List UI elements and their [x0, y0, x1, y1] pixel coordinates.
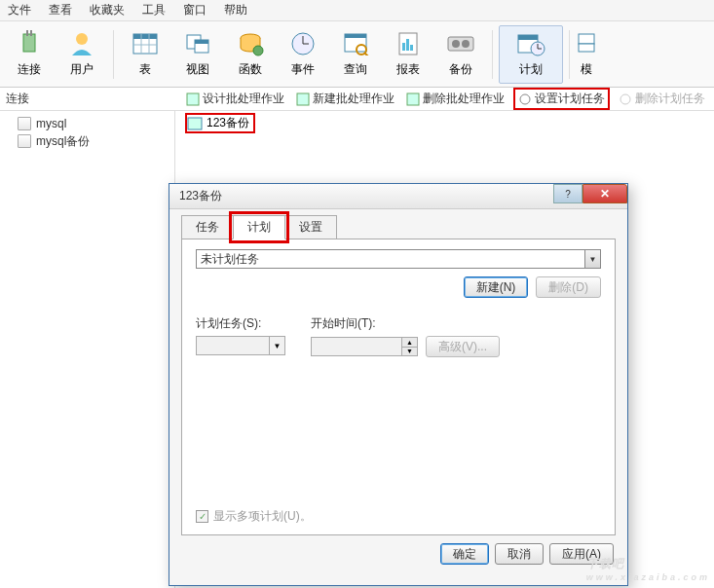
backup-icon — [445, 30, 476, 57]
chevron-down-icon[interactable]: ▼ — [269, 337, 284, 354]
new-icon — [296, 92, 310, 106]
dialog-buttons: 确定 取消 应用(A) — [169, 543, 627, 565]
menu-file[interactable]: 文件 — [8, 2, 31, 18]
menu-tools[interactable]: 工具 — [142, 2, 166, 18]
spinner-down-icon[interactable]: ▼ — [402, 348, 417, 356]
cancel-button[interactable]: 取消 — [495, 543, 544, 565]
svg-rect-37 — [407, 93, 419, 105]
menu-favorites[interactable]: 收藏夹 — [90, 2, 125, 18]
svg-rect-0 — [23, 34, 35, 52]
sub-delete[interactable]: 删除批处理作业 — [403, 90, 507, 108]
subbar: 连接 设计批处理作业 新建批处理作业 删除批处理作业 设置计划任务 删除计划任务 — [0, 88, 714, 111]
spinner-up-icon[interactable]: ▲ — [402, 338, 417, 348]
sidebar-item-mysql-backup[interactable]: mysql备份 — [0, 132, 174, 150]
tool-user[interactable]: 用户 — [56, 26, 107, 83]
tab-task[interactable]: 任务 — [181, 215, 234, 239]
svg-line-20 — [364, 53, 368, 55]
tool-label: 用户 — [70, 61, 94, 78]
tool-model[interactable]: 模 — [576, 26, 597, 83]
tool-table[interactable]: 表 — [120, 26, 170, 83]
gear-x-icon — [619, 92, 632, 106]
delete-button: 删除(D) — [536, 276, 601, 298]
window-buttons: ? ✕ — [553, 184, 627, 203]
new-button[interactable]: 新建(N) — [464, 276, 529, 298]
time-spinner[interactable]: ▲▼ — [402, 337, 418, 356]
toolbar: 连接 用户 表 视图 函数 事件 查询 报表 备份 计划 模 — [0, 21, 714, 88]
close-button[interactable]: ✕ — [582, 184, 627, 203]
model-icon — [571, 30, 602, 57]
time-input[interactable] — [311, 337, 402, 356]
show-multi-row[interactable]: ✓ 显示多项计划(U)。 — [196, 508, 312, 525]
sidebar-item-label: mysql — [36, 117, 66, 130]
function-icon — [235, 30, 266, 57]
sub-design[interactable]: 设计批处理作业 — [183, 90, 287, 108]
plan-task-combo[interactable]: ▼ — [196, 336, 285, 355]
svg-point-38 — [520, 94, 530, 104]
sub-del-schedule: 删除计划任务 — [616, 90, 708, 108]
tool-label: 报表 — [396, 61, 420, 78]
schedule-icon — [515, 30, 546, 57]
tool-function[interactable]: 函数 — [225, 26, 276, 83]
ok-button[interactable]: 确定 — [440, 543, 489, 565]
menu-view[interactable]: 查看 — [49, 2, 72, 18]
tab-settings[interactable]: 设置 — [284, 215, 337, 239]
schedule-combo[interactable]: 未计划任务 ▼ — [196, 249, 601, 269]
plan-label: 计划任务(S): — [196, 315, 285, 332]
pencil-icon — [186, 92, 200, 106]
tab-plan[interactable]: 计划 — [233, 215, 285, 239]
tool-label: 事件 — [291, 61, 315, 78]
chevron-down-icon[interactable]: ▼ — [584, 250, 600, 268]
tool-event[interactable]: 事件 — [278, 26, 328, 83]
tool-label: 备份 — [449, 61, 472, 78]
schedule-dialog: 123备份 ? ✕ 任务 计划 设置 未计划任务 ▼ 新建(N) 删除(D) 计… — [169, 183, 628, 586]
plug-icon — [14, 30, 45, 57]
watermark-text: 下载吧 — [586, 557, 624, 570]
sub-label: 设置计划任务 — [535, 91, 605, 107]
sidebar-item-mysql[interactable]: mysql — [0, 115, 174, 132]
sub-new[interactable]: 新建批处理作业 — [293, 90, 397, 108]
svg-rect-1 — [26, 30, 28, 36]
tool-label: 模 — [581, 61, 592, 78]
svg-point-3 — [76, 33, 88, 45]
tool-view[interactable]: 视图 — [172, 26, 223, 83]
subbar-left-label: 连接 — [0, 91, 175, 107]
sub-set-schedule[interactable]: 设置计划任务 — [513, 88, 610, 110]
dialog-title: 123备份 — [179, 188, 222, 204]
svg-rect-23 — [406, 39, 409, 51]
tool-backup[interactable]: 备份 — [435, 26, 486, 83]
help-button[interactable]: ? — [553, 184, 582, 203]
tabs: 任务 计划 设置 — [181, 215, 627, 239]
menu-window[interactable]: 窗口 — [183, 2, 207, 18]
tool-query[interactable]: 查询 — [330, 26, 381, 83]
backup-job-item[interactable]: 123备份 — [185, 113, 255, 133]
svg-rect-2 — [30, 30, 32, 36]
sub-label: 删除批处理作业 — [423, 91, 505, 107]
menu-help[interactable]: 帮助 — [224, 2, 247, 18]
combo-value: 未计划任务 — [201, 251, 259, 268]
tool-label: 函数 — [239, 61, 262, 78]
tool-schedule[interactable]: 计划 — [499, 25, 563, 84]
advanced-button: 高级(V)... — [426, 336, 500, 357]
svg-rect-36 — [297, 93, 309, 105]
report-icon — [393, 30, 424, 57]
watermark-url: www.xiazaiba.com — [586, 572, 710, 582]
gear-icon — [518, 92, 532, 106]
start-time-field[interactable]: ▲▼ — [311, 337, 418, 356]
table-icon — [130, 30, 161, 57]
svg-rect-25 — [448, 37, 473, 51]
tool-report[interactable]: 报表 — [383, 26, 433, 83]
titlebar[interactable]: 123备份 ? ✕ — [169, 184, 627, 209]
tool-connect[interactable]: 连接 — [4, 26, 55, 83]
svg-point-39 — [620, 94, 630, 104]
separator — [569, 30, 570, 79]
checkbox[interactable]: ✓ — [196, 510, 208, 523]
backup-job-label: 123备份 — [207, 115, 249, 131]
svg-rect-24 — [410, 45, 413, 51]
svg-rect-11 — [195, 40, 208, 44]
tool-label: 查询 — [344, 61, 367, 78]
svg-point-26 — [452, 40, 460, 48]
menubar: 文件 查看 收藏夹 工具 窗口 帮助 — [0, 0, 714, 21]
db-icon — [18, 117, 31, 130]
separator — [492, 30, 493, 79]
svg-rect-5 — [133, 34, 157, 39]
